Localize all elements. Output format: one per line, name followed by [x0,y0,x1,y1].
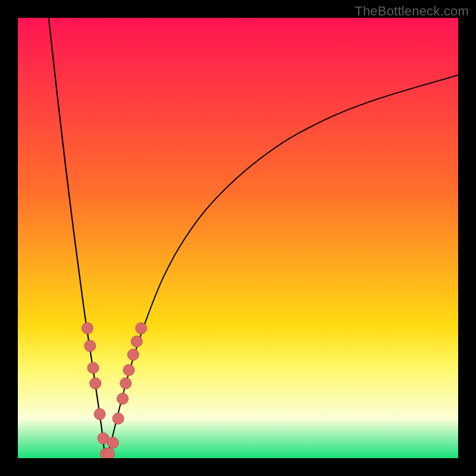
data-marker [94,409,105,420]
watermark-text: TheBottleneck.com [355,4,469,19]
data-marker [120,378,131,389]
chart-plot-area [18,18,458,458]
data-marker [136,322,147,334]
data-marker [127,349,139,361]
data-marker [131,336,142,347]
gradient-background [18,18,458,458]
chart-frame: TheBottleneck.com [0,0,476,476]
data-marker [112,413,124,424]
data-marker [123,365,134,376]
chart-svg [18,18,458,458]
data-marker [104,448,115,458]
data-marker [84,340,96,352]
data-marker [107,437,118,449]
data-marker [90,378,101,389]
data-marker [117,393,129,405]
data-marker [82,322,93,334]
data-marker [87,362,99,374]
